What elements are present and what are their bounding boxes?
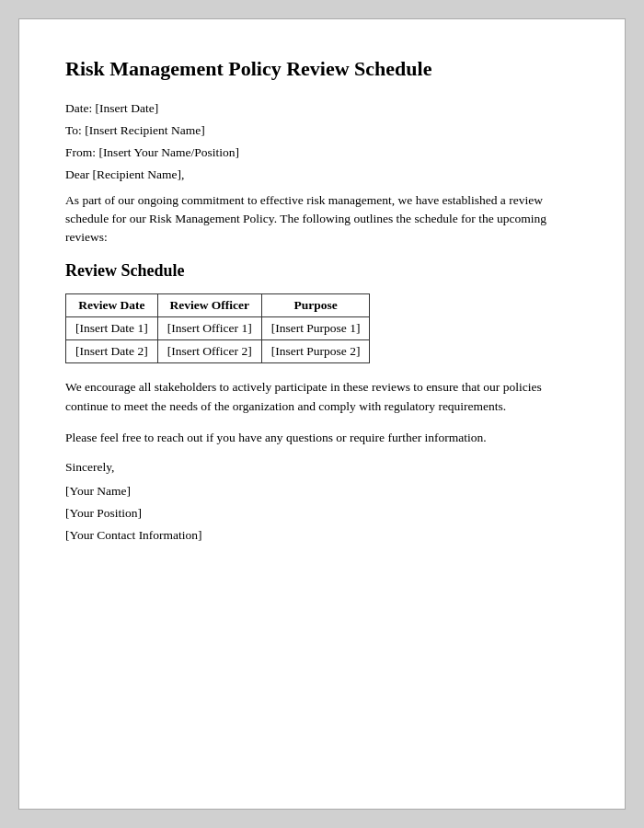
table-row: [Insert Date 2][Insert Officer 2][Insert…: [66, 340, 370, 363]
table-cell-1-0: [Insert Date 2]: [66, 340, 158, 363]
document-title: Risk Management Policy Review Schedule: [65, 56, 579, 83]
table-header-row: Review Date Review Officer Purpose: [66, 294, 370, 317]
signature-name: [Your Name]: [65, 484, 579, 499]
review-schedule-table: Review Date Review Officer Purpose [Inse…: [65, 293, 370, 363]
signature-contact: [Your Contact Information]: [65, 528, 579, 543]
salutation: Dear [Recipient Name],: [65, 167, 579, 182]
table-cell-1-2: [Insert Purpose 2]: [261, 340, 370, 363]
table-cell-0-0: [Insert Date 1]: [66, 317, 158, 340]
to-line: To: [Insert Recipient Name]: [65, 123, 579, 138]
col-header-purpose: Purpose: [261, 294, 370, 317]
signature-block: [Your Name] [Your Position] [Your Contac…: [65, 484, 579, 543]
closing-line: Sincerely,: [65, 460, 579, 475]
body-paragraph-3: Please feel free to reach out if you hav…: [65, 429, 579, 447]
col-header-officer: Review Officer: [157, 294, 261, 317]
signature-position: [Your Position]: [65, 506, 579, 521]
table-cell-0-2: [Insert Purpose 1]: [261, 317, 370, 340]
table-cell-0-1: [Insert Officer 1]: [157, 317, 261, 340]
intro-paragraph: As part of our ongoing commitment to eff…: [65, 191, 579, 247]
table-cell-1-1: [Insert Officer 2]: [157, 340, 261, 363]
document-container: Risk Management Policy Review Schedule D…: [18, 18, 626, 810]
section-heading: Review Schedule: [65, 261, 579, 281]
date-line: Date: [Insert Date]: [65, 101, 579, 116]
table-row: [Insert Date 1][Insert Officer 1][Insert…: [66, 317, 370, 340]
body-paragraph-2: We encourage all stakeholders to activel…: [65, 378, 579, 416]
from-line: From: [Insert Your Name/Position]: [65, 145, 579, 160]
col-header-date: Review Date: [66, 294, 158, 317]
